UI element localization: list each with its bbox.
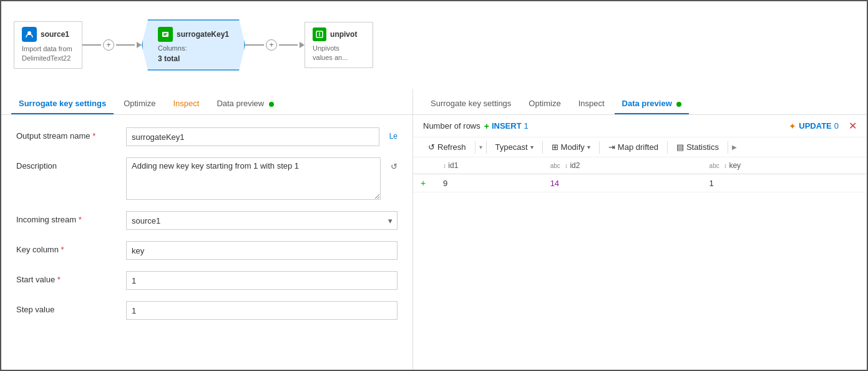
close-preview-button[interactable]: ✕ (849, 120, 857, 132)
right-tab-data-preview[interactable]: Data preview (615, 94, 690, 114)
description-refresh-icon[interactable]: ↺ (391, 157, 397, 171)
map-drifted-icon: ⇥ (608, 142, 615, 152)
update-badge: ✦ UPDATE 0 (789, 121, 839, 131)
rows-label: Number of rows (423, 121, 480, 131)
surrogate-columns-label: Columns: (158, 44, 229, 52)
surrogate-node[interactable]: surrogateKey1 Columns: 3 total (142, 19, 245, 71)
connector-2: + (245, 39, 305, 51)
preview-toolbar: ↺ Refresh ▾ Typecast ▾ ⊞ Modify ▾ ⇥ Map … (413, 137, 867, 157)
unpivot-node-card[interactable]: unpivot Unpivotsvalues an... (305, 22, 373, 69)
update-label: UPDATE (799, 121, 831, 131)
map-drifted-button[interactable]: ⇥ Map drifted (603, 140, 663, 154)
form-area: Output stream name * Le Description Addi… (1, 115, 412, 371)
tab-surrogate-key-settings[interactable]: Surrogate key settings (11, 94, 114, 114)
right-tab-surrogate-key-settings[interactable]: Surrogate key settings (423, 94, 519, 114)
insert-badge: + INSERT 1 (484, 121, 529, 131)
source-subtitle: Import data fromDelimitedText22 (22, 44, 74, 64)
surrogate-node-card[interactable]: surrogateKey1 Columns: 3 total (142, 19, 245, 71)
output-stream-row: Output stream name * Le (16, 127, 397, 146)
start-value-label: Start value * (16, 271, 116, 284)
start-value-row: Start value * (16, 271, 397, 290)
content-area: Surrogate key settings Optimize Inspect … (1, 89, 867, 371)
row-insert-icon: + (413, 174, 436, 192)
start-value-required: * (57, 275, 61, 284)
row-action-col-header (413, 157, 436, 174)
modify-button[interactable]: ⊞ Modify ▾ (547, 140, 595, 154)
update-gear-icon: ✦ (789, 121, 796, 131)
surrogate-icon (158, 27, 173, 42)
source-node[interactable]: source1 Import data fromDelimitedText22 (14, 21, 82, 69)
refresh-button[interactable]: ↺ Refresh (423, 140, 471, 154)
col-header-id2: abc ↕ id2 (543, 157, 702, 174)
id2-type-label: abc (550, 162, 560, 169)
typecast-button[interactable]: Typecast ▾ (490, 140, 539, 154)
key-column-label: Key column * (16, 241, 116, 254)
connector-1: + (82, 39, 142, 51)
cell-id2: 14 (543, 174, 702, 192)
cell-key: 1 (702, 174, 867, 192)
update-count: 0 (834, 121, 839, 131)
unpivot-title: unpivot (330, 30, 357, 39)
toolbar-divider-1 (475, 141, 475, 154)
add-between-surrogate-unpivot[interactable]: + (266, 39, 277, 51)
step-value-row: Step value (16, 301, 397, 320)
rows-info: Number of rows + INSERT 1 (423, 121, 784, 131)
add-between-source-surrogate[interactable]: + (103, 39, 114, 51)
insert-count: 1 (524, 121, 529, 131)
toolbar-divider-2 (486, 141, 487, 154)
tab-inspect[interactable]: Inspect (165, 94, 207, 114)
cell-id1: 9 (436, 174, 543, 192)
statistics-icon: ▤ (676, 142, 684, 152)
unpivot-icon (313, 27, 326, 41)
insert-label: INSERT (492, 121, 522, 131)
toolbar-more-chevron[interactable]: ▶ (732, 144, 737, 151)
source-icon (22, 27, 37, 42)
output-stream-input[interactable] (126, 127, 379, 146)
source-title: source1 (41, 30, 69, 39)
output-stream-label: Output stream name * (16, 127, 116, 141)
right-data-preview-dot (676, 102, 681, 107)
unpivot-node[interactable]: unpivot Unpivotsvalues an... (305, 22, 373, 69)
right-tab-optimize[interactable]: Optimize (521, 94, 568, 114)
description-input[interactable]: Adding new key key starting from <span c… (126, 157, 381, 200)
key-column-required: * (61, 245, 64, 254)
insert-plus-icon: + (484, 121, 489, 131)
incoming-stream-select[interactable]: source1 (126, 211, 397, 230)
statistics-button[interactable]: ▤ Statistics (671, 140, 724, 154)
step-value-label: Step value (16, 301, 116, 314)
modify-icon: ⊞ (552, 142, 558, 152)
incoming-stream-select-wrapper: source1 ▾ (126, 211, 397, 230)
description-row: Description Adding new key key starting … (16, 157, 397, 200)
table-row: + 9 14 1 (413, 174, 867, 192)
toolbar-chevron-down-1: ▾ (479, 144, 482, 151)
open-script-link[interactable]: Le (389, 127, 397, 141)
typecast-chevron-icon: ▾ (530, 144, 534, 151)
refresh-icon: ↺ (428, 142, 435, 152)
left-tab-bar: Surrogate key settings Optimize Inspect … (1, 89, 412, 115)
svg-rect-1 (162, 32, 168, 37)
sort-icon-key[interactable]: ↕ (724, 162, 727, 169)
key-type-label: abc (710, 162, 719, 169)
toolbar-divider-6 (728, 141, 728, 154)
toolbar-divider-4 (599, 141, 600, 154)
right-tab-bar: Surrogate key settings Optimize Inspect … (413, 89, 867, 115)
key-column-row: Key column * (16, 241, 397, 260)
key-column-input[interactable] (126, 241, 397, 260)
sort-icon-id2[interactable]: ↕ (565, 162, 568, 169)
data-table: ↕ id1 abc ↕ id2 abc ↕ key (413, 157, 867, 371)
rows-info-bar: Number of rows + INSERT 1 ✦ UPDATE 0 ✕ (413, 115, 867, 137)
step-value-input[interactable] (126, 301, 397, 320)
sort-icon-id1[interactable]: ↕ (443, 162, 446, 169)
right-tab-inspect[interactable]: Inspect (571, 94, 612, 114)
tab-optimize[interactable]: Optimize (116, 94, 163, 114)
toolbar-divider-3 (542, 141, 543, 154)
start-value-input[interactable] (126, 271, 397, 290)
output-stream-required: * (92, 131, 95, 141)
surrogate-columns-value: 3 total (158, 54, 229, 63)
unpivot-subtitle: Unpivotsvalues an... (313, 44, 365, 63)
tab-data-preview[interactable]: Data preview (209, 94, 281, 114)
source-node-card[interactable]: source1 Import data fromDelimitedText22 (14, 21, 82, 69)
toolbar-divider-5 (667, 141, 668, 154)
incoming-stream-label: Incoming stream * (16, 211, 116, 224)
col-header-id1: ↕ id1 (436, 157, 543, 174)
